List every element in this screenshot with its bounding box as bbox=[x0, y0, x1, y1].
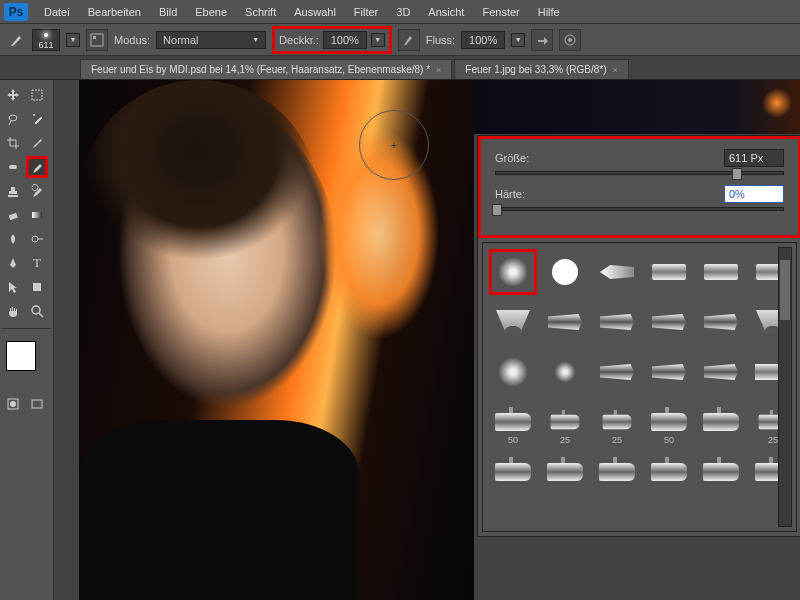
brush-tip-air-3[interactable]: 25 bbox=[593, 399, 641, 445]
size-slider-handle[interactable] bbox=[732, 168, 742, 180]
airbrush-icon[interactable] bbox=[531, 29, 553, 51]
opacity-group-highlight: Deckkr.: 100% ▼ bbox=[272, 26, 392, 54]
brush-sliders-highlight: Größe: 611 Px Härte: 0% bbox=[478, 136, 800, 238]
brush-tip-air-1[interactable]: 50 bbox=[489, 399, 537, 445]
brush-tip-hard-round[interactable] bbox=[541, 249, 589, 295]
heal-tool[interactable] bbox=[2, 156, 24, 178]
menu-3d[interactable]: 3D bbox=[388, 3, 418, 21]
type-tool[interactable]: T bbox=[26, 252, 48, 274]
gradient-tool[interactable] bbox=[26, 204, 48, 226]
pen-tool[interactable] bbox=[2, 252, 24, 274]
brush-tip-grid: 50 25 25 50 25 bbox=[482, 242, 797, 532]
history-brush-tool[interactable] bbox=[26, 180, 48, 202]
lasso-tool[interactable] bbox=[2, 108, 24, 130]
hardness-value[interactable]: 0% bbox=[724, 185, 784, 203]
wand-tool[interactable] bbox=[26, 108, 48, 130]
menu-ebene[interactable]: Ebene bbox=[187, 3, 235, 21]
brush-tip-flat-8[interactable] bbox=[593, 349, 641, 395]
tablet-size-icon[interactable] bbox=[559, 29, 581, 51]
svg-point-10 bbox=[32, 306, 40, 314]
move-tool[interactable] bbox=[2, 84, 24, 106]
brush-tool[interactable] bbox=[26, 156, 48, 178]
menu-filter[interactable]: Filter bbox=[346, 3, 386, 21]
brush-tip-flat-5[interactable] bbox=[593, 299, 641, 345]
svg-rect-9 bbox=[33, 283, 41, 291]
brush-tip-air-9[interactable] bbox=[593, 449, 641, 495]
size-label: Größe: bbox=[495, 152, 529, 164]
hardness-slider[interactable] bbox=[495, 207, 784, 211]
main-area: T Größe: 611 Px bbox=[0, 80, 800, 600]
opacity-field[interactable]: 100% bbox=[323, 31, 367, 49]
eraser-tool[interactable] bbox=[2, 204, 24, 226]
menu-bild[interactable]: Bild bbox=[151, 3, 185, 21]
svg-rect-13 bbox=[32, 400, 42, 408]
foreground-color-swatch[interactable] bbox=[6, 341, 36, 371]
eyedropper-tool[interactable] bbox=[26, 132, 48, 154]
brush-tip-flat-2[interactable] bbox=[697, 249, 745, 295]
brush-preset-arrow[interactable]: ▼ bbox=[66, 33, 80, 47]
brush-tip-flat-9[interactable] bbox=[645, 349, 693, 395]
mode-label: Modus: bbox=[114, 34, 150, 46]
blend-mode-value: Normal bbox=[163, 34, 198, 46]
brush-size-number: 611 bbox=[38, 40, 53, 50]
brush-tip-air-7[interactable] bbox=[489, 449, 537, 495]
brush-tip-flat-10[interactable] bbox=[697, 349, 745, 395]
menu-datei[interactable]: Datei bbox=[36, 3, 78, 21]
brush-tip-air-11[interactable] bbox=[697, 449, 745, 495]
brush-preset-picker[interactable]: 611 bbox=[32, 29, 60, 51]
dodge-tool[interactable] bbox=[26, 228, 48, 250]
screenmode-icon[interactable] bbox=[26, 393, 48, 415]
menu-hilfe[interactable]: Hilfe bbox=[530, 3, 568, 21]
scrollbar-thumb[interactable] bbox=[780, 260, 790, 320]
brush-grid-scrollbar[interactable] bbox=[778, 247, 792, 527]
tab-document-2[interactable]: Feuer 1.jpg bei 33,3% (RGB/8*) × bbox=[454, 59, 628, 79]
brush-tip-soft-round[interactable] bbox=[489, 249, 537, 295]
brush-tip-flat-7[interactable] bbox=[697, 299, 745, 345]
blend-mode-dropdown[interactable]: Normal ▼ bbox=[156, 31, 266, 49]
brush-tip-soft-2[interactable] bbox=[489, 349, 537, 395]
tab-document-1[interactable]: Feuer und Eis by MDI.psd bei 14,1% (Feue… bbox=[80, 59, 452, 79]
svg-point-8 bbox=[32, 236, 38, 242]
tab-2-close-icon[interactable]: × bbox=[613, 65, 618, 75]
shape-tool[interactable] bbox=[26, 276, 48, 298]
menu-bearbeiten[interactable]: Bearbeiten bbox=[80, 3, 149, 21]
opacity-arrow[interactable]: ▼ bbox=[371, 33, 385, 47]
menu-ansicht[interactable]: Ansicht bbox=[420, 3, 472, 21]
flow-field[interactable]: 100% bbox=[461, 31, 505, 49]
size-slider[interactable] bbox=[495, 171, 784, 175]
flow-arrow[interactable]: ▼ bbox=[511, 33, 525, 47]
brush-tip-soft-3[interactable] bbox=[541, 349, 589, 395]
flow-label: Fluss: bbox=[426, 34, 455, 46]
path-select-tool[interactable] bbox=[2, 276, 24, 298]
zoom-tool[interactable] bbox=[26, 300, 48, 322]
tab-2-label: Feuer 1.jpg bei 33,3% (RGB/8*) bbox=[465, 64, 606, 75]
brush-panel-toggle[interactable] bbox=[86, 29, 108, 51]
brush-tip-air-10[interactable] bbox=[645, 449, 693, 495]
opacity-value: 100% bbox=[331, 34, 359, 46]
blur-tool[interactable] bbox=[2, 228, 24, 250]
brush-tip-flat-1[interactable] bbox=[645, 249, 693, 295]
brush-tip-flat-6[interactable] bbox=[645, 299, 693, 345]
brush-tip-air-8[interactable] bbox=[541, 449, 589, 495]
tab-1-close-icon[interactable]: × bbox=[436, 65, 441, 75]
tab-1-label: Feuer und Eis by MDI.psd bei 14,1% (Feue… bbox=[91, 64, 430, 75]
hand-tool[interactable] bbox=[2, 300, 24, 322]
menu-fenster[interactable]: Fenster bbox=[474, 3, 527, 21]
brush-tip-air-2[interactable]: 25 bbox=[541, 399, 589, 445]
menu-auswahl[interactable]: Auswahl bbox=[286, 3, 344, 21]
tablet-opacity-icon[interactable] bbox=[398, 29, 420, 51]
menu-schrift[interactable]: Schrift bbox=[237, 3, 284, 21]
brush-tip-flat-4[interactable] bbox=[541, 299, 589, 345]
brush-tip-round-point[interactable] bbox=[593, 249, 641, 295]
size-value[interactable]: 611 Px bbox=[724, 149, 784, 167]
brush-tip-air-5[interactable] bbox=[697, 399, 745, 445]
brush-tip-fan-1[interactable] bbox=[489, 299, 537, 345]
marquee-tool[interactable] bbox=[26, 84, 48, 106]
crop-tool[interactable] bbox=[2, 132, 24, 154]
brush-tip-air-4[interactable]: 50 bbox=[645, 399, 693, 445]
hardness-slider-handle[interactable] bbox=[492, 204, 502, 216]
quickmask-icon[interactable] bbox=[2, 393, 24, 415]
stamp-tool[interactable] bbox=[2, 180, 24, 202]
canvas[interactable]: Größe: 611 Px Härte: 0% bbox=[54, 80, 800, 600]
app-logo: Ps bbox=[4, 3, 28, 21]
